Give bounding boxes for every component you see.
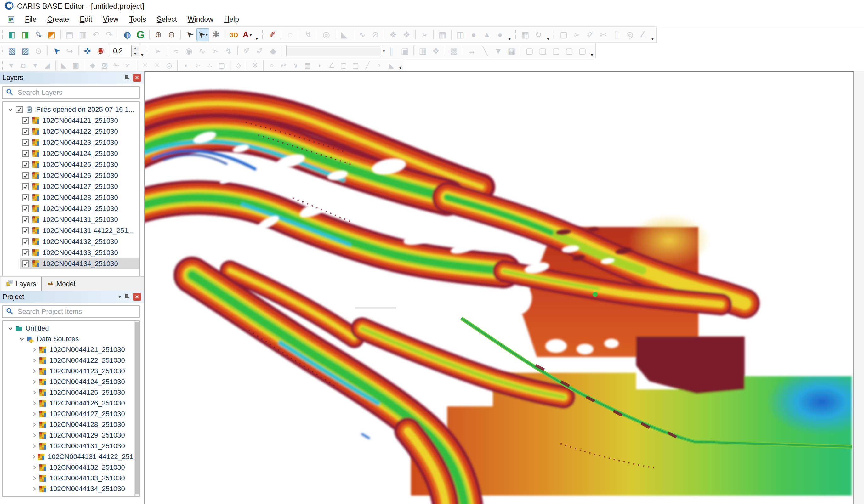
tool-e9-icon[interactable]: ✁ [111,60,122,71]
tool-a4-icon[interactable]: ◣ [338,28,350,41]
tool-d20-icon[interactable]: ▢ [536,45,549,57]
pick-tool-icon[interactable]: ➤▾ [196,28,209,41]
tool-e21-icon[interactable]: ✂ [278,60,289,71]
tool-e22-icon[interactable]: ∨ [290,60,301,71]
tool-d15-icon[interactable]: ↔ [465,45,478,57]
select-poly-icon[interactable]: ▨ [19,45,32,57]
layer-item[interactable]: 102CN0044134_251030 [2,258,139,269]
tool-e15-icon[interactable]: ➣ [192,60,203,71]
tool-c2-icon[interactable]: ➢ [571,28,583,41]
project-item[interactable]: 102CN0044122_251030 [2,355,139,366]
layer-item[interactable]: 102CN0044127_251030 [2,181,139,192]
layers-tree-root[interactable]: Files opened on 2025-07-16 1... [2,104,139,115]
toolbar-overflow-icon[interactable]: ▾ [651,36,654,41]
tool-d11-icon[interactable]: ▣ [398,45,411,57]
layers-search-input[interactable] [17,88,139,97]
tool-e4-icon[interactable]: ◢ [41,60,53,71]
panel-menu-icon[interactable]: ▾ [118,294,121,300]
chevron-right-icon[interactable] [30,389,38,396]
toolbar-grip-icon[interactable] [2,30,2,39]
open-data-icon[interactable]: ◧ [6,28,18,41]
menu-window[interactable]: Window [182,14,219,25]
tool-e18-icon[interactable]: ◇ [233,60,244,71]
layer-item[interactable]: 102CN0044124_251030 [2,148,139,159]
checkbox[interactable] [22,216,29,223]
tool-e6-icon[interactable]: ▣ [70,60,82,71]
google-earth-icon[interactable]: G [134,28,147,41]
layer-item[interactable]: 102CN0044122_251030 [2,126,139,137]
layer-item[interactable]: 102CN0044131-44122_251... [2,225,139,236]
layer-item[interactable]: 102CN0044128_251030 [2,192,139,203]
tool-a13-icon[interactable]: ▲ [480,28,493,41]
menu-view[interactable]: View [98,14,124,25]
menu-edit[interactable]: Edit [74,14,98,25]
tool-a3-icon[interactable]: ◎ [320,28,333,41]
layer-item[interactable]: 102CN0044132_251030 [2,236,139,247]
chevron-right-icon[interactable] [30,357,38,363]
tool-e26-icon[interactable]: ▢ [338,60,349,71]
checkbox[interactable] [22,150,29,157]
tool-d5-icon[interactable]: ➣ [209,45,222,57]
tool-e5-icon[interactable]: ◣ [58,60,70,71]
checkbox[interactable] [22,260,29,267]
data-sources-node[interactable]: Data Sources [2,334,139,344]
toolbar-overflow-icon[interactable]: ▾ [256,36,258,41]
tool-d14-icon[interactable]: ▩ [447,45,460,57]
tool-e23-icon[interactable]: ▤ [302,60,313,71]
chevron-right-icon[interactable] [30,443,38,449]
project-item[interactable]: 102CN0044133_251030 [2,473,139,483]
layer-item[interactable]: 102CN0044123_251030 [2,137,139,148]
tool-b2-icon[interactable]: ↻ [532,28,545,41]
tool-e7-icon[interactable]: ◆ [87,60,98,71]
checkbox[interactable] [22,183,29,190]
chevron-right-icon[interactable] [30,454,37,460]
tool-c1-icon[interactable]: ▢ [557,28,570,41]
checkbox[interactable] [22,227,29,234]
tool-c4-icon[interactable]: ✂ [597,28,610,41]
tool-e20-icon[interactable]: ○ [266,60,277,71]
tool-e13-icon[interactable]: ◎ [164,60,175,71]
tool-e27-icon[interactable]: ▢ [350,60,361,71]
tool-d10-icon[interactable]: ∥ [385,45,398,57]
menu-select[interactable]: Select [152,14,182,25]
save-as-icon[interactable]: ▥ [76,28,89,41]
move-view-icon[interactable]: ✜ [81,45,94,57]
attach-data-icon[interactable]: ✎ [32,28,45,41]
tool-e3-icon[interactable]: ▼ [29,60,41,71]
layer-item[interactable]: 102CN0044125_251030 [2,159,139,170]
tool-d22-icon[interactable]: ▢ [563,45,575,57]
tool-e17-icon[interactable]: ▢ [216,60,227,71]
spin-down-icon[interactable]: ▼ [132,51,139,57]
project-item[interactable]: 102CN0044128_251030 [2,419,139,430]
tool-e10-icon[interactable]: ✃ [123,60,134,71]
chevron-right-icon[interactable] [30,368,38,374]
menu-tools[interactable]: Tools [124,14,152,25]
tool-a14-icon[interactable]: ● [494,28,506,41]
tool-a12-icon[interactable]: ● [467,28,480,41]
layer-item[interactable]: 102CN0044133_251030 [2,247,139,258]
toolbar-overflow-icon[interactable]: ▾ [399,65,401,70]
select-circle-icon[interactable]: ⊙ [32,45,45,57]
tool-e14-icon[interactable]: ◖ [180,60,191,71]
highlight-selection-icon[interactable]: ✺ [95,45,107,57]
tool-d3-icon[interactable]: ◉ [183,45,195,57]
map-canvas[interactable] [145,72,853,504]
tool-e19-icon[interactable]: ❋ [249,60,261,71]
tool-d2-icon[interactable]: ≈ [169,45,182,57]
toolbar-overflow-icon[interactable]: ▾ [141,52,143,58]
pan-tool-icon[interactable]: ✱ [210,28,222,41]
dropdown-arrow-icon[interactable]: ▾ [250,33,252,37]
tool-a10-icon[interactable]: ▦ [436,28,449,41]
layer-item[interactable]: 102CN0044131_251030 [2,214,139,225]
project-item[interactable]: 102CN0044127_251030 [2,409,139,419]
tool-e30-icon[interactable]: ◣ [386,60,397,71]
tool-d19-icon[interactable]: ▢ [523,45,536,57]
toolbar-grip-icon[interactable] [2,61,2,70]
scrollbar[interactable] [134,321,139,496]
menu-create[interactable]: Create [42,14,74,25]
project-item[interactable]: 102CN0044123_251030 [2,366,139,376]
tool-e1-icon[interactable]: ▼ [6,60,17,71]
toolbar-grip-icon[interactable] [148,47,148,56]
tool-e24-icon[interactable]: ◗ [314,60,325,71]
select-tool-icon[interactable]: ➤ [183,28,196,41]
